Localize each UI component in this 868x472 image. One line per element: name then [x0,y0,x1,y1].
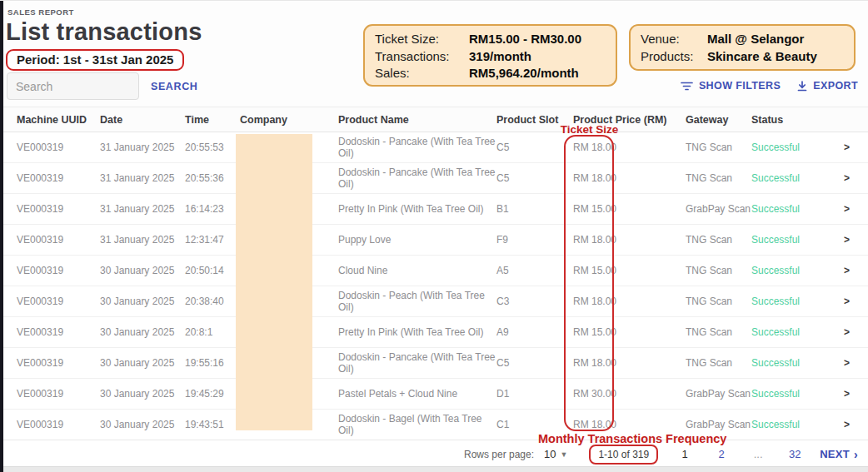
table-row[interactable]: VE000319 30 January 2025 20:8:1 Pretty I… [3,317,868,348]
cell-product-slot: B1 [496,203,573,215]
products-label: Products: [641,48,707,66]
status-badge: Successful [751,357,832,369]
metric-transactions: Transactions: 319/month [375,48,606,66]
page-number[interactable]: 2 [703,448,740,460]
transactions-table: Machine UUID Date Time Company Product N… [3,107,868,440]
metric-sales: Sales: RM5,964.20/month [375,65,606,82]
col-status: Status [751,114,832,126]
table-row[interactable]: VE000319 30 January 2025 19:55:16 Dodosk… [3,348,868,379]
cell-product-name: Pretty In Pink (With Tea Tree Oil) [338,203,496,215]
metric-label: Sales: [375,65,469,82]
pagination-footer: Rows per page: 10 ▼ 1-10 of 319 12...32 … [3,440,868,468]
cell-gateway: TNG Scan [686,234,751,246]
next-label: NEXT [820,448,850,460]
table-row[interactable]: VE000319 30 January 2025 20:38:40 Dodosk… [3,286,868,317]
col-time: Time [185,114,240,126]
show-filters-label: SHOW FILTERS [699,80,781,92]
ticket-size-annotation: Ticket Size [546,123,633,136]
cell-machine-uuid: VE000319 [17,326,100,338]
page-number[interactable]: 1 [666,448,703,460]
page-ellipsis: ... [740,448,776,460]
table-row[interactable]: VE000319 31 January 2025 20:55:53 Dodosk… [3,132,868,163]
cell-time: 20:55:36 [185,172,240,184]
venue-value: Mall @ Selangor [707,31,804,48]
cell-gateway: GrabPay Scan [686,388,751,400]
cell-date: 30 January 2025 [100,388,185,400]
table-row[interactable]: VE000319 31 January 2025 20:55:36 Dodosk… [3,163,868,194]
row-chevron-icon[interactable]: > [832,234,868,246]
cell-product-name: Dodoskin - Peach (With Tea Tree Oil) [338,290,496,313]
row-chevron-icon[interactable]: > [832,265,868,276]
cell-machine-uuid: VE000319 [17,419,100,430]
cell-product-name: Dodoskin - Pancake (With Tea Tree Oil) [338,166,496,190]
col-product-name: Product Name [338,114,496,126]
dropdown-caret-icon: ▼ [561,450,568,459]
status-badge: Successful [751,203,832,215]
metric-value: RM15.00 - RM30.00 [469,31,581,48]
status-badge: Successful [751,419,832,430]
metrics-summary-box: Ticket Size: RM15.00 - RM30.00 Transacti… [363,24,617,87]
row-chevron-icon[interactable]: > [832,388,868,400]
cell-product-slot: C5 [496,172,573,184]
cell-time: 19:45:29 [185,388,240,400]
cell-gateway: TNG Scan [686,296,751,307]
row-chevron-icon[interactable]: > [832,296,868,307]
page-number[interactable]: 32 [776,448,813,460]
table-row[interactable]: VE000319 30 January 2025 20:50:14 Cloud … [3,256,868,286]
col-machine-uuid: Machine UUID [17,114,100,126]
cell-machine-uuid: VE000319 [17,172,100,184]
metric-ticket-size: Ticket Size: RM15.00 - RM30.00 [375,31,606,48]
products-row: Products: Skincare & Beauty [641,48,844,66]
cell-product-name: Cloud Nine [338,265,496,276]
cell-date: 30 January 2025 [100,357,185,369]
report-eyebrow: SALES REPORT [7,7,74,17]
search-input[interactable] [7,72,139,100]
col-company: Company [240,114,338,126]
status-badge: Successful [751,172,832,184]
search-button[interactable]: SEARCH [151,81,197,92]
table-row[interactable]: VE000319 31 January 2025 16:14:23 Pretty… [3,194,868,225]
row-chevron-icon[interactable]: > [832,419,868,430]
cell-time: 19:55:16 [185,357,240,369]
metric-label: Ticket Size: [375,31,469,48]
cell-time: 20:55:53 [185,142,240,153]
cell-gateway: TNG Scan [686,142,751,153]
status-badge: Successful [751,234,832,246]
row-chevron-icon[interactable]: > [832,203,868,215]
company-redaction-highlight [236,134,312,430]
show-filters-button[interactable]: SHOW FILTERS [681,80,781,92]
cell-product-name: Puppy Love [338,234,496,246]
next-page-button[interactable]: NEXT › [820,448,858,461]
status-badge: Successful [751,388,832,400]
row-chevron-icon[interactable]: > [832,357,868,369]
monthly-frequency-annotation: Monthly Transactions Frequency [538,432,726,445]
download-icon [797,81,807,92]
cell-date: 30 January 2025 [100,265,185,276]
cell-date: 31 January 2025 [100,203,185,215]
row-chevron-icon[interactable]: > [832,172,868,184]
cell-product-name: Dodoskin - Bagel (With Tea Tree Oil) [338,413,496,436]
row-chevron-icon[interactable]: > [832,142,868,153]
next-chevron-icon: › [854,448,858,461]
venue-label: Venue: [641,31,707,48]
cell-product-slot: C1 [496,419,573,430]
table-row[interactable]: VE000319 30 January 2025 19:45:29 Pastel… [3,379,868,410]
export-button[interactable]: EXPORT [797,80,858,92]
cell-date: 30 January 2025 [100,326,185,338]
metric-value: 319/month [469,48,531,66]
rows-per-page-select[interactable]: 10 ▼ [544,448,567,460]
period-badge: Period: 1st - 31st Jan 2025 [6,49,184,71]
cell-date: 31 January 2025 [100,142,185,153]
row-chevron-icon[interactable]: > [832,326,868,338]
cell-time: 20:8:1 [185,326,240,338]
table-row[interactable]: VE000319 30 January 2025 19:43:51 Dodosk… [3,410,868,440]
cell-gateway: GrabPay Scan [686,419,751,430]
pagination-range: 1-10 of 319 [589,445,658,465]
cell-time: 19:43:51 [185,419,240,430]
page-title: List transactions [6,18,202,46]
bottom-strip [3,466,868,472]
table-row[interactable]: VE000319 31 January 2025 12:31:47 Puppy … [3,225,868,256]
cell-time: 16:14:23 [185,203,240,215]
status-badge: Successful [751,296,832,307]
cell-time: 20:38:40 [185,296,240,307]
